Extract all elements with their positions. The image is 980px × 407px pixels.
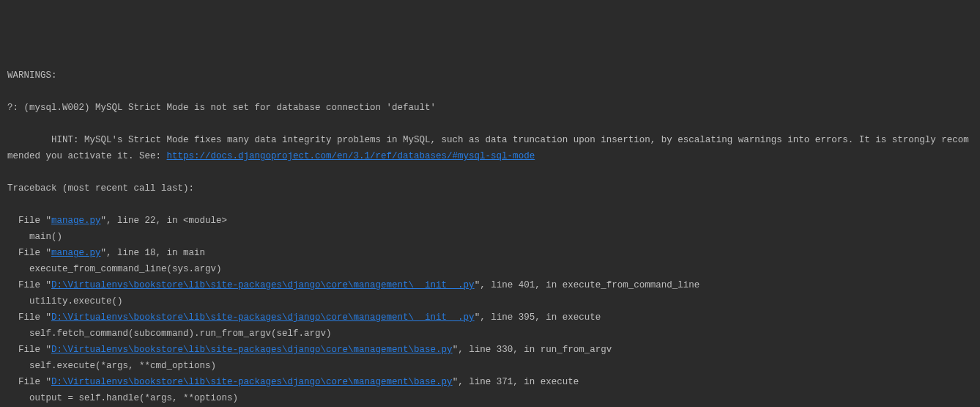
traceback-code-line: self.fetch_command(subcommand).run_from_… xyxy=(7,326,973,342)
traceback-code-line: self.execute(*args, **cmd_options) xyxy=(7,358,973,374)
traceback-header: Traceback (most recent call last): xyxy=(7,180,973,197)
file-prefix: File " xyxy=(7,377,51,387)
warning-mysql: ?: (mysql.W002) MySQL Strict Mode is not… xyxy=(7,100,973,116)
file-prefix: File " xyxy=(7,312,51,323)
traceback-frames: File "manage.py", line 22, in <module> m… xyxy=(7,213,973,407)
file-path-link[interactable]: manage.py xyxy=(51,248,101,258)
traceback-file-line: File "manage.py", line 18, in main xyxy=(7,245,973,261)
file-path-link[interactable]: D:\Virtualenvs\bookstore\lib\site-packag… xyxy=(51,377,453,387)
traceback-code-line: execute_from_command_line(sys.argv) xyxy=(7,261,973,277)
file-suffix: ", line 18, in main xyxy=(101,248,206,258)
file-path-link[interactable]: D:\Virtualenvs\bookstore\lib\site-packag… xyxy=(51,312,475,323)
file-prefix: File " xyxy=(7,216,51,226)
traceback-file-line: File "D:\Virtualenvs\bookstore\lib\site-… xyxy=(7,342,973,358)
file-suffix: ", line 401, in execute_from_command_lin… xyxy=(475,280,700,290)
file-path-link[interactable]: D:\Virtualenvs\bookstore\lib\site-packag… xyxy=(51,345,453,355)
file-path-link[interactable]: manage.py xyxy=(51,216,101,226)
hint-line: HINT: MySQL's Strict Mode fixes many dat… xyxy=(7,132,973,164)
file-suffix: ", line 330, in run_from_argv xyxy=(453,345,612,355)
hint-url-link[interactable]: https://docs.djangoproject.com/en/3.1/re… xyxy=(167,151,535,161)
file-prefix: File " xyxy=(7,280,51,290)
file-prefix: File " xyxy=(7,248,51,258)
file-suffix: ", line 371, in execute xyxy=(453,377,579,387)
traceback-file-line: File "D:\Virtualenvs\bookstore\lib\site-… xyxy=(7,277,973,293)
file-prefix: File " xyxy=(7,345,51,355)
traceback-code-line: utility.execute() xyxy=(7,293,973,309)
file-suffix: ", line 22, in <module> xyxy=(101,216,228,226)
file-suffix: ", line 395, in execute xyxy=(475,312,601,323)
traceback-code-line: output = self.handle(*args, **options) xyxy=(7,390,973,406)
warnings-header: WARNINGS: xyxy=(7,67,973,84)
traceback-file-line: File "D:\Virtualenvs\bookstore\lib\site-… xyxy=(7,374,973,390)
file-path-link[interactable]: D:\Virtualenvs\bookstore\lib\site-packag… xyxy=(51,280,475,290)
traceback-code-line: main() xyxy=(7,229,973,245)
traceback-file-line: File "manage.py", line 22, in <module> xyxy=(7,213,973,229)
traceback-file-line: File "D:\Virtualenvs\bookstore\lib\site-… xyxy=(7,309,973,326)
